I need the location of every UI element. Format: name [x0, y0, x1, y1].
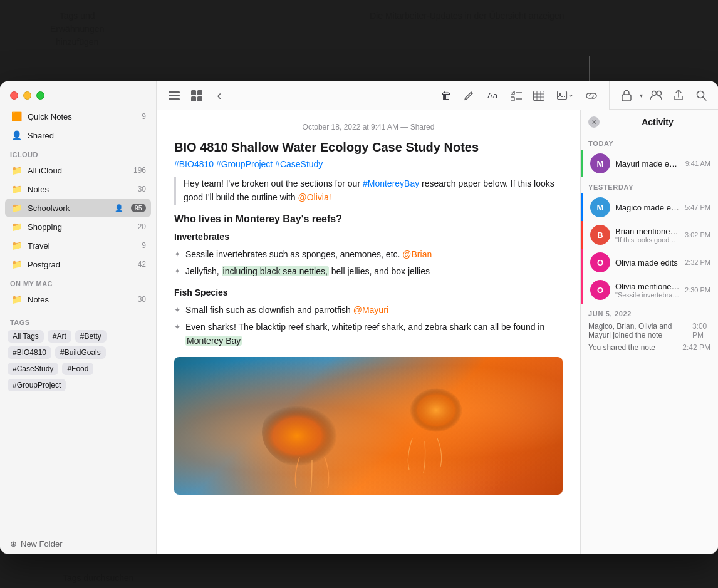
travel-label: Travel — [28, 241, 137, 250]
content-row: October 18, 2022 at 9:41 AM — Shared BIO… — [157, 110, 718, 554]
shared-icon: 👤 — [10, 129, 23, 142]
activity-yesterday-label: YESTERDAY — [581, 177, 718, 193]
fish-section: Fish Species ✦ Small fish such as clownf… — [174, 286, 563, 348]
format-button[interactable]: Aa — [481, 87, 504, 105]
svg-point-17 — [559, 93, 561, 95]
main-window: 🟧 Quick Notes 9 👤 Shared iCloud 📁 All iC… — [0, 81, 718, 554]
checklist-button[interactable] — [506, 87, 526, 105]
activity-today-label: TODAY — [581, 133, 718, 150]
svg-rect-9 — [511, 97, 514, 101]
shopping-count: 20 — [138, 222, 146, 231]
compose-button[interactable] — [459, 87, 479, 105]
invertebrates-label: Invertebrates — [174, 230, 563, 244]
travel-count: 9 — [142, 241, 146, 250]
search-button[interactable] — [692, 86, 710, 104]
back-button[interactable]: ‹ — [209, 87, 229, 105]
sidebar-item-notes-icloud[interactable]: 📁 Notes 30 — [5, 180, 151, 199]
shopping-icon: 📁 — [10, 220, 23, 233]
icloud-section: 📁 All iCloud 196 📁 Notes 30 📁 Schoolwork… — [0, 161, 156, 274]
sidebar-item-all-icloud[interactable]: 📁 All iCloud 196 — [5, 161, 151, 180]
link-button[interactable] — [581, 87, 601, 105]
tag-bio4810[interactable]: #BIO4810 — [8, 346, 51, 359]
tag-betty[interactable]: #Betty — [75, 330, 107, 343]
activity-item-mayuri[interactable]: M Mayuri made ed... 9:41 AM — [581, 150, 718, 177]
brian-mention: @Brian — [402, 249, 432, 259]
table-button[interactable] — [529, 87, 549, 105]
new-folder-button[interactable]: ⊕ New Folder — [0, 534, 156, 554]
bullet-2a: ✦ Small fish such as clownfish and parro… — [174, 303, 563, 317]
brian-name: Brian mentioned L... — [615, 227, 680, 236]
collaborate-button[interactable] — [647, 86, 665, 104]
notes-icloud-label: Notes — [28, 185, 133, 194]
notes-icloud-icon: 📁 — [10, 183, 23, 195]
lock-button[interactable] — [617, 86, 636, 104]
bullet-1a-text: Sessile invertebrates such as sponges, a… — [185, 247, 432, 261]
tags-header: Tags — [8, 314, 148, 330]
delete-button[interactable]: 🗑 — [436, 87, 456, 105]
fullscreen-button[interactable] — [36, 91, 44, 100]
sidebar-item-schoolwork[interactable]: 📁 Schoolwork 👤 95 — [5, 199, 151, 217]
grid-view-button[interactable] — [187, 87, 207, 105]
activity-item-olivia-edit[interactable]: O Olivia made edits 2:32 PM — [581, 249, 718, 276]
sidebar-item-quick-notes[interactable]: 🟧 Quick Notes 9 — [5, 107, 151, 126]
svg-rect-4 — [197, 90, 202, 95]
tag-all-tags[interactable]: All Tags — [8, 330, 44, 343]
activity-close-button[interactable]: ✕ — [588, 116, 600, 128]
monterey-bay-link[interactable]: #MontereyBay — [363, 178, 419, 188]
svg-point-19 — [652, 91, 657, 96]
sidebar-item-postgrad[interactable]: 📁 Postgrad 42 — [5, 255, 151, 274]
activity-shared-text: You shared the note — [588, 343, 655, 352]
all-icloud-label: All iCloud — [28, 166, 128, 175]
tag-food[interactable]: #Food — [62, 363, 93, 375]
bullet-star-1b: ✦ — [174, 266, 180, 277]
quick-notes-icon: 🟧 — [10, 110, 23, 123]
tag-art[interactable]: #Art — [48, 330, 71, 343]
svg-line-22 — [703, 97, 706, 100]
annotation-top-left: Tags und Erwähnungen hinzufügen — [50, 9, 104, 49]
sidebar-item-shopping[interactable]: 📁 Shopping 20 — [5, 217, 151, 236]
olivia-edit-name: Olivia made edits — [615, 258, 680, 267]
list-view-button[interactable] — [164, 87, 184, 105]
invertebrates-section: Invertebrates ✦ Sessile invertebrates su… — [174, 230, 563, 278]
magico-time: 5:47 PM — [685, 204, 710, 211]
media-button[interactable] — [551, 87, 579, 105]
svg-point-24 — [387, 382, 462, 445]
svg-rect-18 — [622, 95, 631, 101]
smart-folders-section: 🟧 Quick Notes 9 👤 Shared — [0, 107, 156, 145]
tag-groupproject[interactable]: #GroupProject — [8, 379, 66, 391]
note-content[interactable]: October 18, 2022 at 9:41 AM — Shared BIO… — [157, 110, 580, 554]
note-meta: October 18, 2022 at 9:41 AM — Shared — [174, 123, 563, 132]
svg-rect-2 — [169, 98, 180, 100]
activity-item-magico[interactable]: M Magico made edits 5:47 PM — [581, 193, 718, 221]
minimize-button[interactable] — [23, 91, 31, 100]
svg-point-23 — [262, 395, 362, 470]
svg-rect-0 — [169, 91, 180, 93]
annotation-top-right: Die Mitarbeiter-Updates in der Übersicht… — [370, 9, 564, 23]
olivia-mention-avatar: O — [590, 280, 610, 300]
olivia-mention: @Olivia! — [298, 192, 331, 202]
bullet-2b-text: Even sharks! The blacktip reef shark, wh… — [185, 320, 563, 348]
mayuri-info: Mayuri made ed... — [615, 159, 680, 168]
close-button[interactable] — [10, 91, 18, 100]
activity-shared-row: You shared the note 2:42 PM — [581, 341, 718, 354]
bullet-2b: ✦ Even sharks! The blacktip reef shark, … — [174, 320, 563, 348]
olivia-mention-preview: "Sessile invertebrates... — [615, 291, 680, 299]
svg-point-20 — [657, 91, 662, 96]
share-button[interactable] — [669, 86, 688, 104]
activity-item-olivia-mention[interactable]: O Olivia mentioned... "Sessile invertebr… — [581, 276, 718, 304]
activity-title: Activity — [605, 117, 710, 127]
sidebar-item-shared[interactable]: 👤 Shared — [5, 126, 151, 145]
sidebar-item-notes-mac[interactable]: 📁 Notes 30 — [5, 290, 151, 309]
icloud-section-header: iCloud — [0, 145, 156, 161]
mac-section-header: On My Mac — [0, 274, 156, 290]
main-toolbar: ‹ 🗑 Aa — [157, 81, 609, 110]
activity-item-brian[interactable]: B Brian mentioned L... "If this looks go… — [581, 221, 718, 249]
activity-panel: ✕ Activity TODAY M Mayuri made ed... 9:4… — [580, 110, 718, 554]
olivia-mention-info: Olivia mentioned... "Sessile invertebrat… — [615, 282, 680, 299]
sidebar-item-travel[interactable]: 📁 Travel 9 — [5, 236, 151, 255]
annotation-bottom: Tags durchsuchen — [63, 573, 134, 583]
tag-casestudy[interactable]: #CaseStudy — [8, 363, 58, 375]
tag-buildgoals[interactable]: #BuildGoals — [55, 346, 106, 359]
notes-icloud-count: 30 — [138, 185, 146, 193]
quick-notes-label: Quick Notes — [28, 112, 137, 121]
